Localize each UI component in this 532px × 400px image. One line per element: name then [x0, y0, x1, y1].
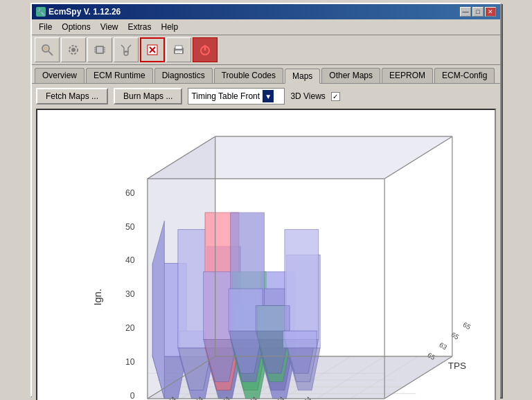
toolbar-settings-button[interactable]: [61, 37, 86, 62]
svg-point-3: [71, 48, 76, 52]
svg-rect-6: [97, 47, 103, 53]
svg-text:10: 10: [125, 357, 135, 367]
svg-text:0: 0: [130, 391, 135, 400]
toolbar-cable-button[interactable]: [114, 37, 139, 62]
tab-ecm-config[interactable]: ECM-Config: [434, 68, 495, 83]
tab-maps[interactable]: Maps: [285, 69, 320, 84]
tab-eeprom[interactable]: EEPROM: [382, 68, 433, 83]
svg-marker-77: [256, 306, 290, 331]
svg-text:30: 30: [125, 289, 135, 299]
svg-marker-36: [148, 136, 452, 179]
toolbar-power-button[interactable]: [193, 37, 218, 62]
menu-options[interactable]: Options: [57, 21, 94, 33]
close-button[interactable]: ✕: [485, 7, 496, 17]
svg-text:65: 65: [450, 331, 460, 341]
tab-overview[interactable]: Overview: [35, 68, 85, 83]
app-icon: 🔧: [36, 7, 46, 17]
map-dropdown[interactable]: Timing Table Front ▼: [188, 88, 285, 104]
maximize-button[interactable]: □: [472, 7, 484, 17]
3d-chart: 0 10 20 30 40 50 60 Ign.: [37, 110, 495, 400]
toolbar-print-button[interactable]: [166, 37, 191, 62]
svg-point-2: [44, 46, 48, 51]
svg-text:TPS: TPS: [448, 361, 466, 371]
toolbar-cancel-button[interactable]: [140, 37, 165, 62]
title-bar: 🔧 EcmSpy V. 1.12.26 — □ ✕: [32, 4, 500, 19]
dropdown-value: Timing Table Front: [191, 91, 260, 101]
window-title: EcmSpy V. 1.12.26: [48, 7, 121, 17]
views-label: 3D Views: [290, 91, 325, 101]
toolbar-search-button[interactable]: [35, 37, 60, 62]
menu-view[interactable]: View: [96, 21, 123, 33]
svg-marker-79: [283, 331, 317, 347]
action-bar: Fetch Maps ... Burn Maps ... Timing Tabl…: [36, 88, 496, 104]
menu-extras[interactable]: Extras: [124, 21, 156, 33]
tab-trouble-codes[interactable]: Trouble Codes: [214, 68, 283, 83]
chart-container: 0 10 20 30 40 50 60 Ign.: [36, 109, 496, 400]
title-controls: — □ ✕: [460, 7, 496, 17]
menu-file[interactable]: File: [35, 21, 56, 33]
svg-rect-20: [176, 51, 181, 52]
burn-maps-button[interactable]: Burn Maps ...: [114, 88, 182, 104]
svg-text:50: 50: [125, 222, 135, 232]
main-window: 🔧 EcmSpy V. 1.12.26 — □ ✕ File Options V…: [30, 3, 502, 397]
minimize-button[interactable]: —: [460, 7, 471, 17]
svg-text:65: 65: [462, 320, 472, 331]
toolbar-chip-button[interactable]: [87, 37, 112, 62]
dropdown-container: Timing Table Front ▼: [188, 88, 285, 104]
3d-views-checkbox[interactable]: ✓: [331, 92, 340, 101]
svg-text:63: 63: [438, 340, 448, 351]
svg-text:60: 60: [125, 188, 135, 198]
svg-rect-21: [176, 53, 180, 53]
title-bar-left: 🔧 EcmSpy V. 1.12.26: [36, 7, 121, 17]
fetch-maps-button[interactable]: Fetch Maps ...: [36, 88, 108, 104]
svg-text:Ign.: Ign.: [92, 289, 103, 305]
tab-ecm-runtime[interactable]: ECM Runtime: [86, 68, 153, 83]
dropdown-arrow-icon: ▼: [263, 90, 274, 102]
svg-text:20: 20: [125, 323, 135, 333]
tab-diagnostics[interactable]: Diagnostics: [154, 68, 213, 83]
svg-line-1: [48, 51, 53, 55]
toolbar: [32, 35, 500, 65]
svg-rect-18: [175, 46, 182, 49]
content-area: Fetch Maps ... Burn Maps ... Timing Tabl…: [32, 83, 500, 400]
menu-help[interactable]: Help: [157, 21, 183, 33]
tabs-bar: Overview ECM Runtime Diagnostics Trouble…: [32, 65, 500, 83]
menu-bar: File Options View Extras Help: [32, 19, 500, 35]
tab-other-maps[interactable]: Other Maps: [321, 68, 380, 83]
svg-text:40: 40: [125, 256, 135, 266]
